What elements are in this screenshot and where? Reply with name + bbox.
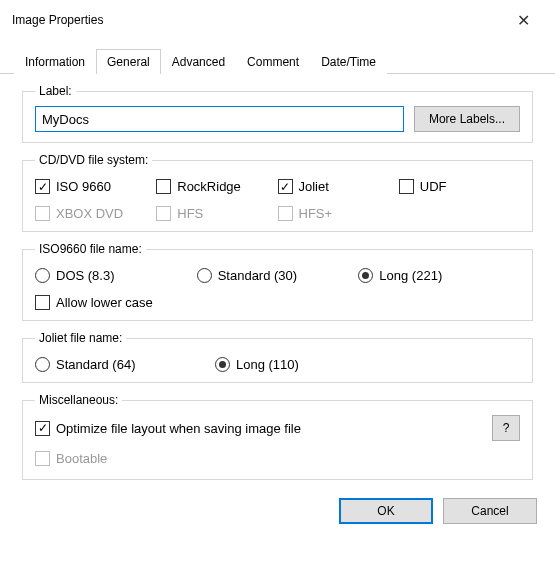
radio-label: Standard (64) [56, 357, 136, 372]
tab-content: Label: More Labels... CD/DVD file system… [0, 74, 555, 480]
radio-joliet-standard[interactable]: Standard (64) [35, 357, 215, 372]
iso9660-name-group: ISO9660 file name: DOS (8.3) Standard (3… [22, 242, 533, 321]
dialog-footer: OK Cancel [0, 490, 555, 524]
filesystem-legend: CD/DVD file system: [35, 153, 152, 167]
help-button[interactable]: ? [492, 415, 520, 441]
tab-information[interactable]: Information [14, 49, 96, 74]
check-iso9660[interactable]: ✓ISO 9660 [35, 179, 156, 194]
tab-comment[interactable]: Comment [236, 49, 310, 74]
window-title: Image Properties [12, 13, 103, 27]
joliet-name-group: Joliet file name: Standard (64) Long (11… [22, 331, 533, 383]
check-label: UDF [420, 179, 447, 194]
check-label: Joliet [299, 179, 329, 194]
check-udf[interactable]: UDF [399, 179, 520, 194]
check-optimize[interactable]: ✓Optimize file layout when saving image … [35, 421, 301, 436]
label-legend: Label: [35, 84, 76, 98]
radio-iso-long[interactable]: Long (221) [358, 268, 520, 283]
joliet-name-legend: Joliet file name: [35, 331, 126, 345]
check-joliet[interactable]: ✓Joliet [278, 179, 399, 194]
tab-general[interactable]: General [96, 49, 161, 74]
check-allow-lowercase[interactable]: Allow lower case [35, 295, 197, 310]
misc-group: Miscellaneous: ✓Optimize file layout whe… [22, 393, 533, 480]
misc-legend: Miscellaneous: [35, 393, 122, 407]
more-labels-button[interactable]: More Labels... [414, 106, 520, 132]
check-hfs: HFS [156, 206, 277, 221]
cancel-button[interactable]: Cancel [443, 498, 537, 524]
radio-label: Standard (30) [218, 268, 298, 283]
radio-label: DOS (8.3) [56, 268, 115, 283]
label-group: Label: More Labels... [22, 84, 533, 143]
check-rockridge[interactable]: RockRidge [156, 179, 277, 194]
iso9660-name-legend: ISO9660 file name: [35, 242, 146, 256]
tab-advanced[interactable]: Advanced [161, 49, 236, 74]
check-label: Bootable [56, 451, 107, 466]
check-label: Allow lower case [56, 295, 153, 310]
ok-button[interactable]: OK [339, 498, 433, 524]
check-label: Optimize file layout when saving image f… [56, 421, 301, 436]
check-label: ISO 9660 [56, 179, 111, 194]
close-icon[interactable]: ✕ [503, 11, 543, 30]
check-label: XBOX DVD [56, 206, 123, 221]
check-label: RockRidge [177, 179, 241, 194]
tab-row: Information General Advanced Comment Dat… [0, 36, 555, 74]
check-label: HFS [177, 206, 203, 221]
check-hfsplus: HFS+ [278, 206, 399, 221]
title-bar: Image Properties ✕ [0, 0, 555, 36]
check-xboxdvd: XBOX DVD [35, 206, 156, 221]
check-bootable: Bootable [35, 451, 107, 466]
radio-iso-dos[interactable]: DOS (8.3) [35, 268, 197, 283]
check-label: HFS+ [299, 206, 333, 221]
tab-datetime[interactable]: Date/Time [310, 49, 387, 74]
radio-label: Long (221) [379, 268, 442, 283]
radio-label: Long (110) [236, 357, 299, 372]
radio-joliet-long[interactable]: Long (110) [215, 357, 520, 372]
filesystem-group: CD/DVD file system: ✓ISO 9660 RockRidge … [22, 153, 533, 232]
label-input[interactable] [35, 106, 404, 132]
radio-iso-standard[interactable]: Standard (30) [197, 268, 359, 283]
